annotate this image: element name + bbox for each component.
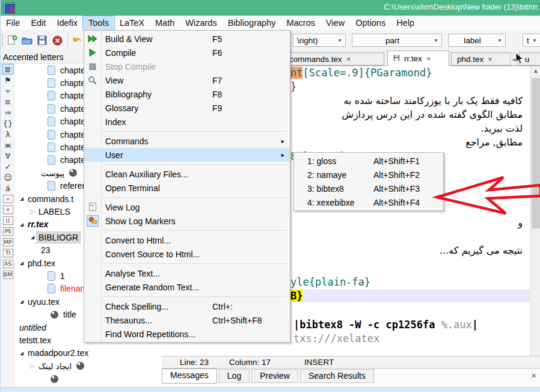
menu-item-view[interactable]: ViewF7 [84,73,290,87]
as-icon[interactable]: AS [3,260,13,268]
tab-close-icon[interactable]: × [346,55,351,64]
sectioning-combo[interactable]: part▼ [352,34,442,47]
right-paren-combo[interactable]: \right)▼ [293,34,346,47]
menubar-item-math[interactable]: Math [150,16,180,30]
tree-item-label[interactable]: untitled [17,322,48,333]
menubar-item-view[interactable]: View [321,16,350,30]
bm-icon[interactable]: BM [3,271,13,279]
expanded-arrow-icon[interactable]: ◢ [17,196,26,201]
menu-item-index[interactable]: Index [84,115,290,129]
menu-item-check-spelling[interactable]: Check Spelling...Ctrl+: [84,299,290,313]
panel-tab-messages[interactable]: Messages [162,369,217,384]
math-misc-icon[interactable]: ∀ [2,150,14,161]
brackets-icon[interactable]: (( [3,216,13,225]
panel-tab-log[interactable]: Log [219,369,250,383]
expanded-arrow-icon[interactable]: ◢ [28,234,37,240]
menu-item-convert-to-html[interactable]: Convert to Html... [84,233,290,247]
tree-item-label[interactable] [61,378,65,379]
tab-scroll-left-icon[interactable]: ◀ [510,53,518,66]
arrows-icon[interactable]: ⇒ [2,107,14,118]
asterisk-icon[interactable]: ✳ [3,206,13,214]
menubar-item-idefix[interactable]: Idefix [51,16,83,30]
save-icon[interactable] [35,34,49,47]
menu-item-view-log[interactable]: logView Log [84,200,290,214]
menu-item-find-word-repetitions[interactable]: Find Word Repetitions... [84,327,290,341]
scrollbar-thumb[interactable] [532,78,540,228]
greek-icon[interactable]: λ [2,129,14,139]
relations-icon[interactable]: ≡ [2,96,14,107]
menu-item-thesaurus[interactable]: Thesaurus...Ctrl+Shift+F8 [84,313,290,327]
tree-item-label[interactable]: chapte [58,90,87,101]
editor-tab-rrtex[interactable]: rr.tex× [387,51,449,66]
tree-item-label[interactable]: chapte [58,78,87,88]
menubar-item-tools[interactable]: Tools [83,16,114,30]
expanded-arrow-icon[interactable]: ◢ [17,351,26,356]
scroll-up-icon[interactable]: ▲ [530,66,540,76]
cyrillic-icon[interactable]: ж [2,139,14,150]
user-macro-namaye[interactable]: 2: namayeAlt+Shift+F2 [294,168,443,182]
tree-item-label[interactable]: chapte [58,129,87,140]
menu-item-open-terminal[interactable]: Open Terminal [84,181,290,195]
tree-item-label[interactable]: title [61,309,78,320]
tree-item-label[interactable]: commands.t [26,194,75,204]
tree-item-label[interactable]: 23 [39,245,52,256]
user-macro-gloss[interactable]: 1: glossAlt+Shift+F1 [294,154,443,168]
close-file-icon[interactable] [51,34,64,47]
structure-icon[interactable]: ≣ [2,64,14,75]
ti-icon[interactable]: TI [3,249,13,257]
operators-icon[interactable]: ÷ [2,85,14,96]
editor-vertical-scrollbar[interactable]: ▲ ▼ [530,66,540,365]
delimiters-icon[interactable]: {} [2,118,14,129]
label-combo[interactable]: label▼ [448,34,506,47]
tab-close-icon[interactable]: × [488,55,492,64]
expanded-arrow-icon[interactable]: ◢ [17,299,26,304]
menubar-item-macros[interactable]: Macros [281,16,321,30]
tree-row[interactable]: ◢madadpour2.tex [15,347,162,360]
menu-item-analyse-text[interactable]: Analyse Text... [84,266,290,280]
menu-item-user[interactable]: User► [84,148,290,162]
tree-item-label[interactable]: LABELS [37,206,72,217]
undo-icon[interactable] [70,34,84,47]
tree-item-label[interactable]: ایجاد لینک [37,361,73,372]
editor-tab-u[interactable]: u [519,52,540,66]
menubar-item-edit[interactable]: Edit [25,16,51,30]
menu-item-commands[interactable]: Commands► [84,134,290,148]
bookmarks-icon[interactable]: ⚑ [2,75,14,85]
tree-item-label[interactable]: chapte [58,116,87,127]
tree-item-label[interactable]: chapte [58,155,87,165]
tree-item-label[interactable]: پیوست [39,168,66,179]
menu-item-compile[interactable]: CompileF6 [84,46,290,60]
panel-tab-search-results[interactable]: Search Results [300,369,374,383]
open-icon[interactable] [20,34,34,47]
expanded-arrow-icon[interactable]: ◢ [17,260,26,266]
tree-item-label[interactable]: tetstt.tex [17,335,53,346]
menu-item-stop-compile[interactable]: Stop Compile [84,60,290,73]
new-document-icon[interactable] [5,34,19,47]
ps-icon[interactable]: PS [3,227,13,236]
infinity-icon[interactable]: ∞ [3,195,13,203]
tree-item-label[interactable]: uyuu.tex [26,296,61,307]
tab-close-icon[interactable]: × [426,54,431,63]
editor-tab-phdtex[interactable]: phd.tex× [451,52,511,66]
editor-tab-commandstex[interactable]: commands.tex× [283,52,384,66]
menubar-item-help[interactable]: Help [391,16,420,30]
menubar-item-options[interactable]: Options [350,16,391,30]
tree-item-label[interactable]: chapte [58,65,87,76]
expanded-arrow-icon[interactable]: ◢ [17,222,26,227]
tree-row[interactable] [15,372,162,385]
accented-letters-icon[interactable]: á [2,183,14,194]
menu-item-convert-source-to-html[interactable]: Convert Source to Html... [84,247,290,261]
tree-item-label[interactable]: BIBLIOGR [37,232,80,243]
tree-item-label[interactable]: madadpour2.tex [26,348,90,358]
tree-row[interactable]: ▷ایجاد لینک [15,360,162,372]
tree-item-label[interactable]: chapte [58,142,87,153]
collapsed-arrow-icon[interactable]: ▷ [28,208,37,215]
tree-item-label[interactable]: rr.tex [26,219,50,230]
menu-item-show-log-markers[interactable]: Show Log Markers [84,214,290,228]
menu-item-clean-auxiliary-files[interactable]: Clean Auxiliary Files... [84,167,290,181]
smiley-icon[interactable]: ☺ [2,172,14,183]
menu-item-bibliography[interactable]: BibliographyF8 [84,87,290,101]
collapsed-arrow-icon[interactable]: ▷ [28,363,37,369]
mp-icon[interactable]: MP [3,238,13,247]
close-panel-icon[interactable]: × [531,370,536,381]
